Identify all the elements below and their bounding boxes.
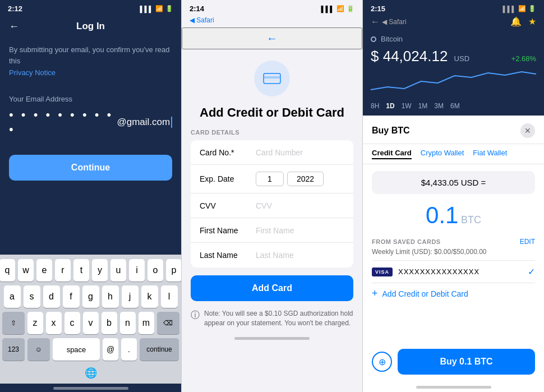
exp-date-field: Exp. Date	[191, 165, 353, 193]
keyboard-row-1: q w e r t y u i o p	[2, 259, 179, 282]
privacy-link[interactable]: Privacy Notice	[0, 68, 181, 77]
buy-icon-circle: ⊕	[372, 352, 392, 372]
card-back-button[interactable]: ←	[182, 27, 362, 49]
from-saved-row: FROM SAVED CARDS EDIT	[363, 233, 544, 248]
tf-3m[interactable]: 3M	[434, 102, 444, 110]
continue-button[interactable]: Continue	[9, 155, 172, 181]
key-t[interactable]: t	[73, 259, 89, 282]
close-button[interactable]: ✕	[520, 123, 535, 138]
key-shift[interactable]: ⇧	[2, 312, 25, 334]
weekly-limit: Weekly Limit (USD): $0.00/$50,000.00	[363, 248, 544, 260]
status-bar-3: 2:15 ▌▌▌ 📶 🔋	[363, 0, 544, 15]
key-n[interactable]: n	[120, 312, 136, 334]
first-name-label: First Name	[200, 226, 256, 235]
last-name-label: Last Name	[200, 251, 256, 260]
globe-icon[interactable]: 🌐	[85, 367, 97, 379]
key-h[interactable]: h	[102, 285, 119, 308]
tf-1m[interactable]: 1M	[418, 102, 428, 110]
key-o[interactable]: o	[147, 259, 163, 282]
card-note: ⓘ Note: You will see a $0.10 SGD authori…	[182, 309, 362, 333]
wifi-icon: 📶	[155, 5, 163, 12]
star-icon[interactable]: ★	[528, 16, 536, 27]
tf-8h[interactable]: 8H	[371, 102, 379, 110]
last-name-field: Last Name Last Name	[191, 243, 353, 268]
tf-6m[interactable]: 6M	[450, 102, 460, 110]
buy-button[interactable]: Buy 0.1 BTC	[398, 349, 535, 375]
key-l[interactable]: l	[161, 285, 178, 308]
key-s[interactable]: s	[24, 285, 40, 308]
keyboard-row-4: 123 ☺ space @ . continue	[2, 338, 179, 361]
visa-badge: VISA	[372, 268, 393, 276]
key-q[interactable]: q	[0, 259, 15, 282]
btc-chart-area: Bitcoin $ 44,024.12 USD +2.68% 8H 1D 1W …	[363, 30, 544, 116]
exp-inputs	[256, 172, 344, 186]
card-title: Add Credit or Debit Card	[182, 102, 362, 129]
tab-crypto-wallet[interactable]: Crypto Wallet	[421, 149, 464, 159]
keyboard-row-3: ⇧ z x c v b n m ⌫	[2, 312, 179, 334]
card-icon-area	[182, 49, 362, 102]
key-continue[interactable]: continue	[140, 338, 179, 361]
key-c[interactable]: c	[64, 312, 80, 334]
key-d[interactable]: d	[43, 285, 60, 308]
keyboard: q w e r t y u i o p a s d f g h j k l ⇧ …	[0, 255, 181, 384]
key-m[interactable]: m	[139, 312, 154, 334]
key-g[interactable]: g	[82, 285, 99, 308]
modal-title: Buy BTC	[372, 126, 410, 136]
first-name-field: First Name First Name	[191, 218, 353, 243]
plus-icon: +	[372, 288, 378, 299]
tab-fiat-wallet[interactable]: Fiat Wallet	[473, 149, 507, 159]
btc-price-group: $ 44,024.12 USD	[371, 48, 469, 65]
add-card-button[interactable]: Add Card	[191, 275, 353, 301]
battery-icon-3: 🔋	[528, 5, 536, 12]
last-name-input[interactable]: Last Name	[256, 251, 344, 260]
key-emoji[interactable]: ☺	[27, 338, 50, 361]
tab-credit-card[interactable]: Credit Card	[372, 149, 412, 159]
key-z[interactable]: z	[27, 312, 43, 334]
btc-back-icon[interactable]: ←	[371, 17, 380, 27]
exp-month-input[interactable]	[256, 172, 284, 186]
saved-card-row[interactable]: VISA XXXXXXXXXXXXXXX ✓	[363, 261, 544, 283]
tf-1d[interactable]: 1D	[386, 102, 394, 110]
card-icon-circle	[254, 61, 290, 96]
key-k[interactable]: k	[141, 285, 158, 308]
add-card-panel: 2:14 ▌▌▌ 📶 🔋 ◀ Safari ← Add Credit or De…	[181, 0, 362, 392]
card-no-input[interactable]: Card Number	[256, 148, 344, 157]
btc-timeframes: 8H 1D 1W 1M 3M 6M	[371, 98, 536, 113]
key-e[interactable]: e	[36, 259, 52, 282]
key-123[interactable]: 123	[2, 338, 25, 361]
key-w[interactable]: w	[18, 259, 34, 282]
key-space[interactable]: space	[53, 338, 100, 361]
btc-amount: 0.1	[426, 202, 458, 228]
exp-year-input[interactable]	[287, 172, 324, 186]
key-at[interactable]: @	[103, 338, 118, 361]
key-p[interactable]: p	[166, 259, 181, 282]
cvv-label: CVV	[200, 201, 256, 210]
key-r[interactable]: r	[55, 259, 71, 282]
status-bar-1: 2:12 ▌▌▌ 📶 🔋	[0, 0, 181, 15]
back-arrow-icon[interactable]: ←	[9, 21, 19, 33]
login-title: Log In	[76, 21, 105, 32]
key-a[interactable]: a	[4, 285, 21, 308]
key-dot[interactable]: .	[121, 338, 137, 361]
key-u[interactable]: u	[110, 259, 126, 282]
edit-button[interactable]: EDIT	[520, 238, 535, 246]
first-name-input[interactable]: First Name	[256, 226, 344, 235]
btc-amount-display: 0.1 BTC	[363, 197, 544, 233]
key-y[interactable]: y	[92, 259, 108, 282]
add-card-link[interactable]: + Add Credit or Debit Card	[363, 283, 544, 306]
tf-1w[interactable]: 1W	[402, 102, 412, 110]
key-i[interactable]: i	[129, 259, 145, 282]
key-x[interactable]: x	[46, 312, 62, 334]
checkmark-icon: ✓	[528, 266, 535, 277]
bell-icon[interactable]: 🔔	[510, 16, 522, 27]
key-j[interactable]: j	[122, 285, 139, 308]
cvv-input[interactable]: CVV	[256, 201, 344, 210]
key-b[interactable]: b	[102, 312, 117, 334]
safari-label-2[interactable]: ◀ Safari	[190, 16, 214, 24]
key-v[interactable]: v	[83, 312, 99, 334]
key-f[interactable]: f	[63, 285, 80, 308]
key-delete[interactable]: ⌫	[157, 312, 179, 334]
from-saved-label: FROM SAVED CARDS	[372, 238, 441, 245]
time-3: 2:15	[371, 4, 385, 13]
btc-nav-left: ← ◀ Safari	[371, 17, 407, 27]
